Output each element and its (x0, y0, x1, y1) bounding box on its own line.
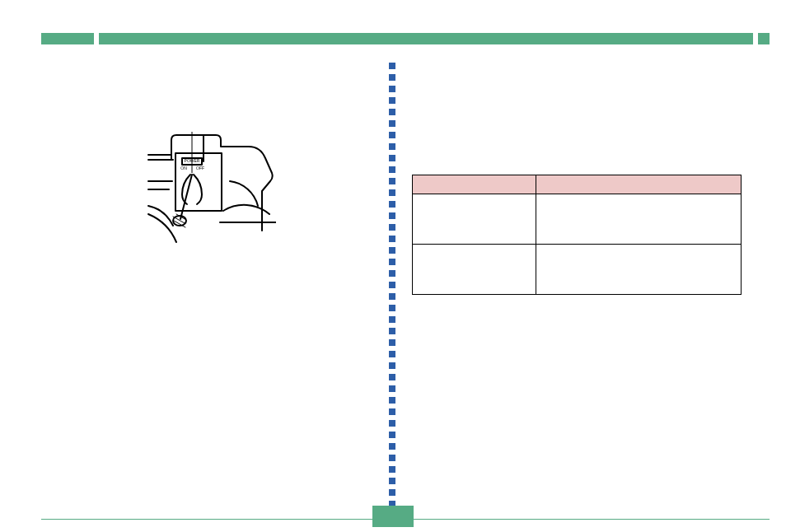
table-row (413, 245, 742, 295)
left-column: POWER ON OFF (49, 74, 371, 255)
cell-r1c1 (413, 194, 536, 245)
right-column (412, 74, 750, 295)
cell-r1c2 (536, 194, 741, 245)
table-row (413, 194, 742, 245)
cell-r2c2 (536, 245, 741, 295)
cell-r2c1 (413, 245, 536, 295)
power-switch-illustration: POWER ON OFF (144, 132, 276, 255)
top-rule (41, 33, 770, 44)
page-number-box (372, 506, 414, 527)
table-header-row (413, 175, 742, 194)
table-header-2 (536, 175, 741, 194)
table-header-1 (413, 175, 536, 194)
column-divider (389, 63, 395, 507)
top-rule-gap-left (94, 33, 99, 44)
label-on: ON (180, 166, 187, 170)
spec-table (412, 175, 742, 295)
top-rule-gap-right (753, 33, 758, 44)
label-power: POWER (185, 158, 200, 163)
label-off: OFF (196, 166, 204, 170)
